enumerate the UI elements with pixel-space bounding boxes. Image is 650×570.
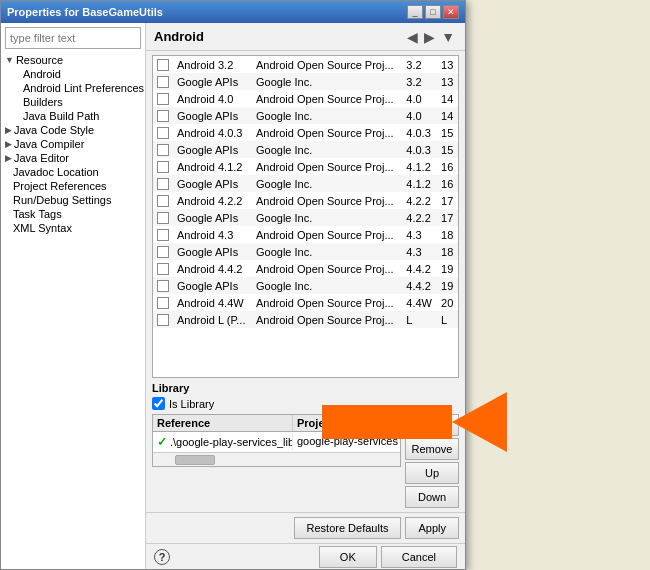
restore-defaults-button[interactable]: Restore Defaults bbox=[294, 517, 402, 539]
table-row[interactable]: Android 4.3 Android Open Source Proj... … bbox=[153, 226, 458, 243]
sidebar-item-resource[interactable]: ▼ Resource bbox=[1, 53, 145, 67]
filter-input[interactable] bbox=[5, 27, 141, 49]
row-checkbox[interactable] bbox=[157, 127, 169, 139]
is-library-checkbox[interactable] bbox=[152, 397, 165, 410]
sidebar-item-task-tags[interactable]: Task Tags bbox=[1, 207, 145, 221]
down-button[interactable]: Down bbox=[405, 486, 459, 508]
row-checkbox-cell[interactable] bbox=[153, 73, 173, 90]
cancel-button[interactable]: Cancel bbox=[381, 546, 457, 568]
row-checkbox[interactable] bbox=[157, 144, 169, 156]
table-row[interactable]: Android 4.0 Android Open Source Proj... … bbox=[153, 90, 458, 107]
table-row[interactable]: Android 4.0.3 Android Open Source Proj..… bbox=[153, 124, 458, 141]
table-row[interactable]: Google APIs Google Inc. 4.4.2 19 bbox=[153, 277, 458, 294]
row-api: 13 bbox=[437, 56, 458, 73]
row-vendor: Android Open Source Proj... bbox=[252, 56, 402, 73]
row-name: Google APIs bbox=[173, 141, 252, 158]
table-row[interactable]: Google APIs Google Inc. 4.0.3 15 bbox=[153, 141, 458, 158]
row-checkbox[interactable] bbox=[157, 297, 169, 309]
table-row[interactable]: Google APIs Google Inc. 3.2 13 bbox=[153, 73, 458, 90]
nav-forward-button[interactable]: ▶ bbox=[422, 29, 437, 45]
sidebar-item-xml-syntax[interactable]: XML Syntax bbox=[1, 221, 145, 235]
table-row[interactable]: Android 3.2 Android Open Source Proj... … bbox=[153, 56, 458, 73]
row-checkbox-cell[interactable] bbox=[153, 226, 173, 243]
table-row[interactable]: Android 4.4W Android Open Source Proj...… bbox=[153, 294, 458, 311]
row-api: 16 bbox=[437, 175, 458, 192]
row-checkbox[interactable] bbox=[157, 314, 169, 326]
row-checkbox-cell[interactable] bbox=[153, 175, 173, 192]
row-checkbox-cell[interactable] bbox=[153, 311, 173, 328]
row-checkbox-cell[interactable] bbox=[153, 141, 173, 158]
sidebar-item-project-refs[interactable]: Project References bbox=[1, 179, 145, 193]
row-checkbox-cell[interactable] bbox=[153, 294, 173, 311]
row-checkbox[interactable] bbox=[157, 161, 169, 173]
horizontal-scrollbar[interactable] bbox=[153, 452, 400, 466]
sidebar-item-android[interactable]: Android bbox=[1, 67, 145, 81]
reference-column-header: Reference bbox=[153, 415, 293, 431]
scroll-thumb[interactable] bbox=[175, 455, 215, 465]
sidebar-item-label: XML Syntax bbox=[13, 222, 72, 234]
row-checkbox[interactable] bbox=[157, 110, 169, 122]
row-vendor: Google Inc. bbox=[252, 175, 402, 192]
row-checkbox-cell[interactable] bbox=[153, 107, 173, 124]
table-row[interactable]: Google APIs Google Inc. 4.1.2 16 bbox=[153, 175, 458, 192]
row-checkbox[interactable] bbox=[157, 76, 169, 88]
row-name: Android 4.2.2 bbox=[173, 192, 252, 209]
table-row[interactable]: Android 4.2.2 Android Open Source Proj..… bbox=[153, 192, 458, 209]
minimize-button[interactable]: _ bbox=[407, 5, 423, 19]
apply-button[interactable]: Apply bbox=[405, 517, 459, 539]
sidebar-item-build-path[interactable]: Java Build Path bbox=[1, 109, 145, 123]
row-checkbox[interactable] bbox=[157, 229, 169, 241]
android-sdk-list[interactable]: Android 3.2 Android Open Source Proj... … bbox=[152, 55, 459, 378]
table-row[interactable]: Google APIs Google Inc. 4.0 14 bbox=[153, 107, 458, 124]
row-checkbox[interactable] bbox=[157, 280, 169, 292]
row-checkbox[interactable] bbox=[157, 212, 169, 224]
row-checkbox-cell[interactable] bbox=[153, 260, 173, 277]
help-icon[interactable]: ? bbox=[154, 549, 170, 565]
row-version: 4.1.2 bbox=[402, 175, 437, 192]
maximize-button[interactable]: □ bbox=[425, 5, 441, 19]
sidebar-item-label: Run/Debug Settings bbox=[13, 194, 111, 206]
sidebar-item-code-style[interactable]: ▶ Java Code Style bbox=[1, 123, 145, 137]
remove-button[interactable]: Remove bbox=[405, 438, 459, 460]
table-row[interactable]: Android L (P... Android Open Source Proj… bbox=[153, 311, 458, 328]
ok-button[interactable]: OK bbox=[319, 546, 377, 568]
nav-back-button[interactable]: ◀ bbox=[405, 29, 420, 45]
row-checkbox-cell[interactable] bbox=[153, 209, 173, 226]
table-row[interactable]: Android 4.4.2 Android Open Source Proj..… bbox=[153, 260, 458, 277]
row-checkbox[interactable] bbox=[157, 178, 169, 190]
table-row[interactable]: Android 4.1.2 Android Open Source Proj..… bbox=[153, 158, 458, 175]
row-checkbox[interactable] bbox=[157, 246, 169, 258]
sidebar-item-javadoc[interactable]: Javadoc Location bbox=[1, 165, 145, 179]
row-version: 4.2.2 bbox=[402, 192, 437, 209]
row-checkbox-cell[interactable] bbox=[153, 56, 173, 73]
row-checkbox-cell[interactable] bbox=[153, 192, 173, 209]
table-row[interactable]: Google APIs Google Inc. 4.3 18 bbox=[153, 243, 458, 260]
sidebar-item-label: Android Lint Preferences bbox=[23, 82, 144, 94]
expand-arrow-icon: ▶ bbox=[5, 139, 12, 149]
row-checkbox-cell[interactable] bbox=[153, 90, 173, 107]
close-button[interactable]: ✕ bbox=[443, 5, 459, 19]
add-button[interactable]: Add... bbox=[405, 414, 459, 436]
row-version: 3.2 bbox=[402, 56, 437, 73]
row-checkbox-cell[interactable] bbox=[153, 124, 173, 141]
row-checkbox-cell[interactable] bbox=[153, 277, 173, 294]
nav-menu-button[interactable]: ▼ bbox=[439, 29, 457, 45]
expand-arrow-icon: ▼ bbox=[5, 55, 14, 65]
sidebar-item-lint[interactable]: Android Lint Preferences bbox=[1, 81, 145, 95]
main-panel: Android ◀ ▶ ▼ Android 3.2 Android O bbox=[146, 23, 465, 569]
sidebar-item-label: Java Editor bbox=[14, 152, 69, 164]
row-checkbox[interactable] bbox=[157, 195, 169, 207]
sidebar-item-builders[interactable]: Builders bbox=[1, 95, 145, 109]
row-checkbox-cell[interactable] bbox=[153, 243, 173, 260]
ref-table-row[interactable]: ✓ .\google-play-services_lib google-play… bbox=[153, 432, 400, 452]
row-checkbox[interactable] bbox=[157, 93, 169, 105]
row-checkbox[interactable] bbox=[157, 263, 169, 275]
row-checkbox-cell[interactable] bbox=[153, 158, 173, 175]
sidebar-item-run-debug[interactable]: Run/Debug Settings bbox=[1, 193, 145, 207]
sidebar-item-compiler[interactable]: ▶ Java Compiler bbox=[1, 137, 145, 151]
sidebar-item-editor[interactable]: ▶ Java Editor bbox=[1, 151, 145, 165]
row-checkbox[interactable] bbox=[157, 59, 169, 71]
up-button[interactable]: Up bbox=[405, 462, 459, 484]
nav-buttons: ◀ ▶ ▼ bbox=[405, 29, 457, 45]
table-row[interactable]: Google APIs Google Inc. 4.2.2 17 bbox=[153, 209, 458, 226]
